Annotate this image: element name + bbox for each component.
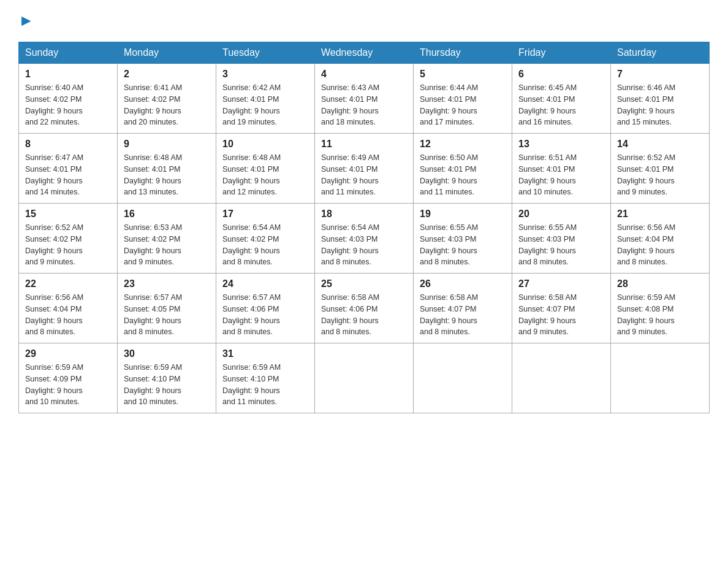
day-number: 1 xyxy=(25,69,111,80)
day-info: Sunrise: 6:55 AMSunset: 4:03 PMDaylight:… xyxy=(420,222,506,268)
calendar-cell: 22Sunrise: 6:56 AMSunset: 4:04 PMDayligh… xyxy=(19,274,118,343)
day-number: 25 xyxy=(321,278,407,289)
calendar-cell: 4Sunrise: 6:43 AMSunset: 4:01 PMDaylight… xyxy=(315,64,414,134)
day-header-wednesday: Wednesday xyxy=(315,42,414,64)
day-number: 16 xyxy=(124,209,210,220)
day-number: 24 xyxy=(222,278,308,289)
day-header-monday: Monday xyxy=(118,42,216,64)
day-header-saturday: Saturday xyxy=(611,42,710,64)
day-number: 6 xyxy=(518,69,604,80)
day-info: Sunrise: 6:41 AMSunset: 4:02 PMDaylight:… xyxy=(124,82,210,128)
logo: ► xyxy=(18,12,34,29)
day-number: 28 xyxy=(617,278,703,289)
logo-blue-arrow: ► xyxy=(18,11,34,29)
day-header-thursday: Thursday xyxy=(414,42,512,64)
calendar-cell: 17Sunrise: 6:54 AMSunset: 4:02 PMDayligh… xyxy=(216,204,315,274)
day-number: 9 xyxy=(124,139,210,150)
day-number: 30 xyxy=(124,348,210,359)
day-number: 5 xyxy=(420,69,506,80)
day-info: Sunrise: 6:48 AMSunset: 4:01 PMDaylight:… xyxy=(222,152,308,198)
day-info: Sunrise: 6:55 AMSunset: 4:03 PMDaylight:… xyxy=(518,222,604,268)
calendar-cell: 11Sunrise: 6:49 AMSunset: 4:01 PMDayligh… xyxy=(315,134,414,204)
day-number: 31 xyxy=(222,348,308,359)
day-info: Sunrise: 6:54 AMSunset: 4:02 PMDaylight:… xyxy=(222,222,308,268)
day-header-sunday: Sunday xyxy=(19,42,118,64)
day-info: Sunrise: 6:47 AMSunset: 4:01 PMDaylight:… xyxy=(25,152,111,198)
day-info: Sunrise: 6:48 AMSunset: 4:01 PMDaylight:… xyxy=(124,152,210,198)
day-info: Sunrise: 6:59 AMSunset: 4:08 PMDaylight:… xyxy=(617,292,703,338)
day-info: Sunrise: 6:44 AMSunset: 4:01 PMDaylight:… xyxy=(420,82,506,128)
day-info: Sunrise: 6:56 AMSunset: 4:04 PMDaylight:… xyxy=(25,292,111,338)
calendar-week-row: 1Sunrise: 6:40 AMSunset: 4:02 PMDaylight… xyxy=(19,64,710,134)
calendar-cell: 2Sunrise: 6:41 AMSunset: 4:02 PMDaylight… xyxy=(118,64,216,134)
day-number: 12 xyxy=(420,139,506,150)
day-number: 17 xyxy=(222,209,308,220)
day-number: 4 xyxy=(321,69,407,80)
day-info: Sunrise: 6:59 AMSunset: 4:10 PMDaylight:… xyxy=(124,362,210,408)
day-header-tuesday: Tuesday xyxy=(216,42,315,64)
day-info: Sunrise: 6:53 AMSunset: 4:02 PMDaylight:… xyxy=(124,222,210,268)
day-number: 21 xyxy=(617,209,703,220)
day-number: 7 xyxy=(617,69,703,80)
calendar-cell: 13Sunrise: 6:51 AMSunset: 4:01 PMDayligh… xyxy=(512,134,611,204)
day-number: 13 xyxy=(518,139,604,150)
calendar-cell: 6Sunrise: 6:45 AMSunset: 4:01 PMDaylight… xyxy=(512,64,611,134)
calendar-cell xyxy=(611,343,710,413)
day-info: Sunrise: 6:51 AMSunset: 4:01 PMDaylight:… xyxy=(518,152,604,198)
calendar-cell: 19Sunrise: 6:55 AMSunset: 4:03 PMDayligh… xyxy=(414,204,512,274)
calendar-cell: 8Sunrise: 6:47 AMSunset: 4:01 PMDaylight… xyxy=(19,134,118,204)
calendar-cell: 20Sunrise: 6:55 AMSunset: 4:03 PMDayligh… xyxy=(512,204,611,274)
day-number: 26 xyxy=(420,278,506,289)
day-info: Sunrise: 6:43 AMSunset: 4:01 PMDaylight:… xyxy=(321,82,407,128)
calendar-cell: 21Sunrise: 6:56 AMSunset: 4:04 PMDayligh… xyxy=(611,204,710,274)
day-number: 19 xyxy=(420,209,506,220)
day-number: 29 xyxy=(25,348,111,359)
day-info: Sunrise: 6:49 AMSunset: 4:01 PMDaylight:… xyxy=(321,152,407,198)
calendar-cell: 24Sunrise: 6:57 AMSunset: 4:06 PMDayligh… xyxy=(216,274,315,343)
day-info: Sunrise: 6:57 AMSunset: 4:05 PMDaylight:… xyxy=(124,292,210,338)
day-info: Sunrise: 6:58 AMSunset: 4:07 PMDaylight:… xyxy=(420,292,506,338)
calendar-cell: 15Sunrise: 6:52 AMSunset: 4:02 PMDayligh… xyxy=(19,204,118,274)
day-number: 14 xyxy=(617,139,703,150)
day-info: Sunrise: 6:46 AMSunset: 4:01 PMDaylight:… xyxy=(617,82,703,128)
calendar-cell: 27Sunrise: 6:58 AMSunset: 4:07 PMDayligh… xyxy=(512,274,611,343)
day-number: 2 xyxy=(124,69,210,80)
calendar-cell: 25Sunrise: 6:58 AMSunset: 4:06 PMDayligh… xyxy=(315,274,414,343)
calendar-cell: 29Sunrise: 6:59 AMSunset: 4:09 PMDayligh… xyxy=(19,343,118,413)
calendar-header-row: SundayMondayTuesdayWednesdayThursdayFrid… xyxy=(19,42,710,64)
day-info: Sunrise: 6:57 AMSunset: 4:06 PMDaylight:… xyxy=(222,292,308,338)
calendar-cell: 18Sunrise: 6:54 AMSunset: 4:03 PMDayligh… xyxy=(315,204,414,274)
day-number: 11 xyxy=(321,139,407,150)
calendar-table: SundayMondayTuesdayWednesdayThursdayFrid… xyxy=(18,42,710,413)
calendar-cell: 31Sunrise: 6:59 AMSunset: 4:10 PMDayligh… xyxy=(216,343,315,413)
calendar-cell: 14Sunrise: 6:52 AMSunset: 4:01 PMDayligh… xyxy=(611,134,710,204)
day-number: 27 xyxy=(518,278,604,289)
day-number: 15 xyxy=(25,209,111,220)
calendar-cell: 7Sunrise: 6:46 AMSunset: 4:01 PMDaylight… xyxy=(611,64,710,134)
calendar-cell: 1Sunrise: 6:40 AMSunset: 4:02 PMDaylight… xyxy=(19,64,118,134)
calendar-cell: 16Sunrise: 6:53 AMSunset: 4:02 PMDayligh… xyxy=(118,204,216,274)
calendar-week-row: 8Sunrise: 6:47 AMSunset: 4:01 PMDaylight… xyxy=(19,134,710,204)
calendar-week-row: 29Sunrise: 6:59 AMSunset: 4:09 PMDayligh… xyxy=(19,343,710,413)
calendar-cell: 26Sunrise: 6:58 AMSunset: 4:07 PMDayligh… xyxy=(414,274,512,343)
day-info: Sunrise: 6:56 AMSunset: 4:04 PMDaylight:… xyxy=(617,222,703,268)
day-number: 18 xyxy=(321,209,407,220)
calendar-cell: 10Sunrise: 6:48 AMSunset: 4:01 PMDayligh… xyxy=(216,134,315,204)
page-header: ► xyxy=(18,12,710,29)
logo-text: ► xyxy=(18,12,34,28)
calendar-cell: 12Sunrise: 6:50 AMSunset: 4:01 PMDayligh… xyxy=(414,134,512,204)
calendar-cell: 9Sunrise: 6:48 AMSunset: 4:01 PMDaylight… xyxy=(118,134,216,204)
day-number: 10 xyxy=(222,139,308,150)
day-number: 20 xyxy=(518,209,604,220)
day-info: Sunrise: 6:59 AMSunset: 4:10 PMDaylight:… xyxy=(222,362,308,408)
day-info: Sunrise: 6:45 AMSunset: 4:01 PMDaylight:… xyxy=(518,82,604,128)
calendar-cell: 23Sunrise: 6:57 AMSunset: 4:05 PMDayligh… xyxy=(118,274,216,343)
calendar-cell xyxy=(512,343,611,413)
day-info: Sunrise: 6:40 AMSunset: 4:02 PMDaylight:… xyxy=(25,82,111,128)
day-number: 8 xyxy=(25,139,111,150)
day-number: 22 xyxy=(25,278,111,289)
day-number: 23 xyxy=(124,278,210,289)
day-info: Sunrise: 6:59 AMSunset: 4:09 PMDaylight:… xyxy=(25,362,111,408)
calendar-cell: 3Sunrise: 6:42 AMSunset: 4:01 PMDaylight… xyxy=(216,64,315,134)
calendar-week-row: 22Sunrise: 6:56 AMSunset: 4:04 PMDayligh… xyxy=(19,274,710,343)
